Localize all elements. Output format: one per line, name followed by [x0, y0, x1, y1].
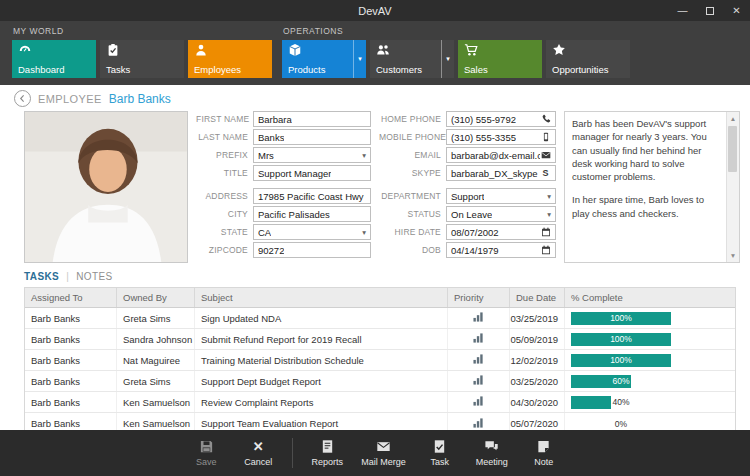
chevron-down-icon[interactable]: ▾	[362, 228, 366, 237]
progress-bar: 60%	[571, 375, 671, 388]
chevron-down-icon[interactable]: ▾	[547, 192, 551, 201]
bio-paragraph: Barb has been DevAV's support manager fo…	[572, 117, 721, 183]
progress-bar: 100%	[571, 333, 671, 346]
tile-products[interactable]: Products ▾	[282, 40, 366, 78]
title-field[interactable]: Support Manager	[253, 165, 371, 181]
cell-assigned-to: Barb Banks	[25, 392, 117, 412]
column-header-owned-by[interactable]: Owned By	[117, 288, 195, 307]
skype-icon[interactable]: S	[540, 168, 551, 179]
page-header: EMPLOYEE Barb Banks	[10, 86, 740, 111]
table-row[interactable]: Barb BanksKen SamuelsonSupport Team Eval…	[25, 413, 735, 430]
table-row[interactable]: Barb BanksGreta SimsSign Updated NDA03/2…	[25, 308, 735, 329]
cell-due-date: 05/09/2019	[510, 329, 565, 349]
column-header-priority[interactable]: Priority	[448, 288, 510, 307]
customers-dropdown-arrow[interactable]: ▾	[441, 40, 454, 78]
email-icon[interactable]	[540, 150, 551, 161]
cell-subject: Training Material Distribution Schedule	[195, 350, 448, 370]
address-field[interactable]: 17985 Pacific Coast Hwy	[253, 188, 371, 204]
minimize-button[interactable]: —	[669, 0, 696, 21]
close-button[interactable]: ✕	[723, 0, 750, 21]
mobile-phone-icon[interactable]	[540, 132, 551, 143]
employee-photo	[24, 111, 188, 263]
calendar-icon[interactable]	[540, 227, 551, 238]
mobile-phone-field[interactable]: (310) 555-3355	[446, 129, 556, 145]
cancel-button[interactable]: ✕ Cancel	[232, 432, 284, 474]
reports-button[interactable]: Reports	[301, 432, 353, 474]
tile-label: Customers	[376, 65, 438, 75]
field-label: FIRST NAME	[196, 114, 248, 124]
tab-tasks[interactable]: TASKS	[24, 271, 59, 282]
hire-date-field[interactable]: 08/07/2002	[446, 224, 556, 240]
city-field[interactable]: Pacific Palisades	[253, 206, 371, 222]
tile-customers[interactable]: Customers ▾	[370, 40, 454, 78]
tile-employees[interactable]: Employees	[188, 40, 272, 78]
tile-tasks[interactable]: Tasks	[100, 40, 184, 78]
back-button[interactable]	[14, 90, 31, 107]
save-button[interactable]: Save	[180, 432, 232, 474]
cell-due-date: 04/30/2020	[510, 392, 565, 412]
cell-assigned-to: Barb Banks	[25, 329, 117, 349]
dob-field[interactable]: 04/14/1979	[446, 242, 556, 258]
tile-sales[interactable]: Sales	[458, 40, 542, 78]
cell-subject: Sign Updated NDA	[195, 308, 448, 328]
chevron-down-icon: ▾	[446, 55, 450, 63]
first-name-field[interactable]: Barbara	[253, 111, 371, 127]
last-name-field[interactable]: Banks	[253, 129, 371, 145]
meeting-button[interactable]: Meeting	[466, 432, 518, 474]
priority-icon	[448, 308, 510, 328]
products-icon	[288, 43, 302, 57]
chevron-down-icon[interactable]: ▾	[547, 210, 551, 219]
department-field[interactable]: Support▾	[446, 188, 556, 204]
cell-assigned-to: Barb Banks	[25, 371, 117, 391]
maximize-button[interactable]	[696, 0, 723, 21]
tile-opportunities[interactable]: Opportunities	[546, 40, 630, 78]
main-content: EMPLOYEE Barb Banks FIRST NAME Ba	[0, 85, 750, 430]
table-row[interactable]: Barb BanksKen SamuelsonReview Complaint …	[25, 392, 735, 413]
products-dropdown-arrow[interactable]: ▾	[353, 40, 366, 78]
field-label: ZIPCODE	[196, 245, 248, 255]
email-field[interactable]: barbarab@dx-email.com	[446, 147, 556, 163]
column-header-subject[interactable]: Subject	[195, 288, 448, 307]
app-window: DevAV — ✕ MY WORLD Dashboard Tasks	[0, 0, 750, 476]
scroll-up-icon[interactable]: ▲	[730, 114, 736, 123]
state-field[interactable]: CA▾	[253, 224, 371, 240]
field-label: HOME PHONE	[379, 114, 441, 124]
cell-percent-complete: 40%	[565, 392, 735, 412]
chevron-down-icon[interactable]: ▾	[362, 151, 366, 160]
priority-icon	[448, 371, 510, 391]
table-row[interactable]: Barb BanksGreta SimsSupport Dept Budget …	[25, 371, 735, 392]
scroll-down-icon[interactable]: ▼	[730, 251, 736, 260]
cell-subject: Submit Refund Report for 2019 Recall	[195, 329, 448, 349]
zipcode-field[interactable]: 90272	[253, 242, 371, 258]
progress-bar: 100%	[571, 354, 671, 367]
column-header-assigned-to[interactable]: Assigned To	[25, 288, 117, 307]
column-header-complete[interactable]: % Complete	[565, 288, 735, 307]
scrollbar-thumb[interactable]	[728, 126, 737, 172]
table-row[interactable]: Barb BanksNat MaguireeTraining Material …	[25, 350, 735, 371]
ribbon: MY WORLD Dashboard Tasks Employees OPERA…	[0, 21, 750, 85]
prefix-field[interactable]: Mrs▾	[253, 147, 371, 163]
note-button[interactable]: Note	[518, 432, 570, 474]
calendar-icon[interactable]	[540, 245, 551, 256]
window-controls: — ✕	[669, 0, 750, 21]
phone-icon[interactable]	[540, 114, 551, 125]
tile-dashboard[interactable]: Dashboard	[12, 40, 96, 78]
cell-owned-by: Nat Maguiree	[117, 350, 195, 370]
tab-notes[interactable]: NOTES	[76, 271, 112, 282]
priority-icon	[448, 350, 510, 370]
tile-label: Dashboard	[18, 65, 92, 75]
skype-field[interactable]: barbarab_DX_skype S	[446, 165, 556, 181]
detail-tabs: TASKS | NOTES	[24, 267, 740, 285]
cell-owned-by: Ken Samuelson	[117, 392, 195, 412]
home-phone-field[interactable]: (310) 555-9792	[446, 111, 556, 127]
table-row[interactable]: Barb BanksSandra JohnsonSubmit Refund Re…	[25, 329, 735, 350]
column-header-due-date[interactable]: Due Date	[510, 288, 565, 307]
field-label: PREFIX	[196, 150, 248, 160]
status-field[interactable]: On Leave▾	[446, 206, 556, 222]
cell-owned-by: Sandra Johnson	[117, 329, 195, 349]
cell-assigned-to: Barb Banks	[25, 350, 117, 370]
field-label: HIRE DATE	[379, 227, 441, 237]
mail-merge-button[interactable]: Mail Merge	[353, 432, 414, 474]
dashboard-icon	[18, 43, 32, 57]
task-button[interactable]: Task	[414, 432, 466, 474]
